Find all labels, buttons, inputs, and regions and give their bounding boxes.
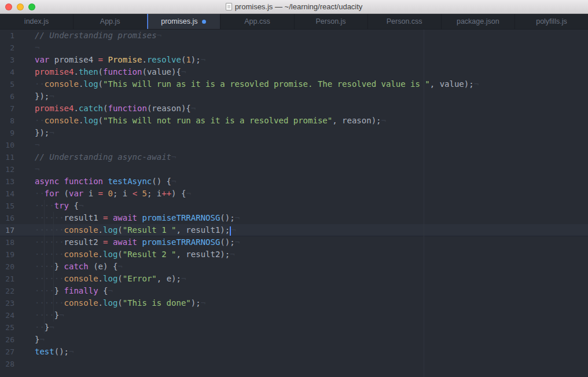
tab-label: App.js [100, 17, 120, 25]
tab-Person.js[interactable]: Person.js [295, 14, 368, 29]
close-button[interactable] [5, 3, 12, 10]
modified-dot-icon [202, 20, 206, 24]
code-line[interactable]: 26}¬ [0, 334, 588, 346]
whitespace-dots: ······ [35, 274, 64, 283]
code-line[interactable]: 28 [0, 358, 588, 370]
line-number: 28 [0, 358, 14, 370]
tab-polyfills.js[interactable]: polyfills.js [515, 14, 588, 29]
code-line[interactable]: 19······console.log("Result 2 ", result2… [0, 248, 588, 261]
code-text: ····} catch (e) {¬ [35, 261, 123, 273]
eol-marker: ¬ [381, 116, 386, 125]
code-text: ······console.log("Error", e);¬ [35, 273, 186, 285]
tab-index.js[interactable]: index.js [0, 14, 74, 29]
code-line[interactable]: 9});¬ [0, 127, 588, 139]
code-line[interactable]: 1// Understanding promises¬ [0, 30, 588, 42]
code-editor[interactable]: 1// Understanding promises¬2¬3var promis… [0, 30, 588, 377]
line-number: 26 [0, 334, 14, 346]
code-line[interactable]: 2¬ [0, 42, 588, 54]
code-text: ····}¬ [35, 309, 64, 321]
code-text: var promise4 = Promise.resolve(1);¬ [35, 54, 205, 66]
tab-label: App.css [244, 17, 270, 25]
tab-bar: index.jsApp.jspromises.jsApp.cssPerson.j… [0, 14, 588, 30]
zoom-button[interactable] [28, 3, 35, 10]
eol-marker: ¬ [231, 225, 236, 235]
code-text: promise4.catch(function(reason){¬ [35, 103, 196, 115]
tab-package.json[interactable]: package.json [442, 14, 515, 29]
whitespace-dots: ······ [35, 225, 64, 235]
eol-marker: ¬ [69, 347, 74, 356]
code-text: promise4.then(function(value){¬ [35, 66, 186, 78]
code-line[interactable]: 21······console.log("Error", e);¬ [0, 273, 588, 285]
eol-marker: ¬ [171, 177, 176, 186]
code-line[interactable]: 23······console.log("This is done");¬ [0, 297, 588, 309]
code-text: ······console.log("This is done");¬ [35, 297, 205, 309]
eol-marker: ¬ [49, 91, 54, 101]
code-text: test();¬ [35, 346, 74, 358]
code-text: ····try {¬ [35, 200, 83, 212]
code-line[interactable]: 24····}¬ [0, 309, 588, 321]
eol-marker: ¬ [235, 237, 240, 247]
line-number: 5 [0, 78, 14, 90]
code-line[interactable]: 13async function testAsync() {¬ [0, 175, 588, 188]
line-number: 25 [0, 321, 14, 334]
tab-label: promises.js [161, 17, 197, 25]
line-number: 11 [0, 151, 14, 163]
code-line[interactable]: 11// Understanding async-await¬ [0, 151, 588, 163]
code-line[interactable]: 4promise4.then(function(value){¬ [0, 66, 588, 78]
code-line[interactable]: 25··}¬ [0, 321, 588, 334]
code-text: });¬ [35, 90, 54, 103]
eol-marker: ¬ [157, 31, 161, 40]
eol-marker: ¬ [230, 250, 234, 259]
whitespace-dots: ·· [35, 116, 45, 125]
code-line[interactable]: 3var promise4 = Promise.resolve(1);¬ [0, 54, 588, 66]
code-line[interactable]: 18······result2 = await promiseTRRARNOSG… [0, 236, 588, 248]
eol-marker: ¬ [191, 104, 196, 113]
code-line[interactable]: 27test();¬ [0, 346, 588, 358]
code-line[interactable]: 7promise4.catch(function(reason){¬ [0, 103, 588, 115]
code-text: ······result1 = await promiseTRRARNOSG()… [35, 212, 240, 224]
eol-marker: ¬ [474, 79, 479, 89]
whitespace-dots: ······ [35, 298, 64, 308]
code-line[interactable]: 20····} catch (e) {¬ [0, 261, 588, 273]
minimize-button[interactable] [17, 3, 24, 10]
tab-label: polyfills.js [536, 17, 567, 25]
code-line[interactable]: 14··for (var i = 0; i < 5; i++) {¬ [0, 188, 588, 200]
line-number: 3 [0, 54, 14, 66]
whitespace-dots: ······ [35, 237, 64, 247]
code-text: ······console.log("Result 1 ", result1);… [35, 224, 236, 236]
code-line[interactable]: 12¬ [0, 163, 588, 175]
code-text: ··for (var i = 0; i < 5; i++) {¬ [35, 188, 191, 200]
whitespace-dots: ······ [35, 250, 64, 259]
code-line[interactable]: 17······console.log("Result 1 ", result1… [0, 224, 588, 236]
eol-marker: ¬ [201, 298, 205, 308]
line-number: 14 [0, 188, 14, 200]
code-line[interactable]: 6});¬ [0, 90, 588, 103]
tab-label: Person.css [387, 17, 422, 25]
code-text: async function testAsync() {¬ [35, 175, 176, 188]
eol-marker: ¬ [171, 152, 176, 162]
tab-App.js[interactable]: App.js [74, 14, 147, 29]
code-line[interactable]: 10¬ [0, 139, 588, 151]
tab-Person.css[interactable]: Person.css [368, 14, 442, 29]
code-line[interactable]: 5··console.log("This will run as it is a… [0, 78, 588, 90]
whitespace-dots: ·· [35, 323, 45, 332]
tab-App.css[interactable]: App.css [220, 14, 294, 29]
title-wrap: promises.js — ~/learning/react/udacity [226, 2, 363, 11]
whitespace-dots: ·· [35, 189, 45, 198]
eol-marker: ¬ [235, 213, 240, 222]
line-number: 21 [0, 273, 14, 285]
code-text: ¬ [35, 42, 39, 54]
title-bar[interactable]: promises.js — ~/learning/react/udacity [0, 0, 588, 14]
code-line[interactable]: 15····try {¬ [0, 200, 588, 212]
eol-marker: ¬ [201, 55, 205, 64]
line-number: 23 [0, 297, 14, 309]
line-number: 27 [0, 346, 14, 358]
code-text: ¬ [35, 139, 39, 151]
code-text: }¬ [35, 334, 45, 346]
code-line[interactable]: 22····} finally {¬ [0, 285, 588, 297]
code-line[interactable]: 8··console.log("This will not run as it … [0, 115, 588, 127]
tab-promises.js[interactable]: promises.js [147, 14, 220, 29]
eol-marker: ¬ [35, 43, 39, 52]
code-text: ······result2 = await promiseTRRARNOSG()… [35, 236, 240, 248]
code-line[interactable]: 16······result1 = await promiseTRRARNOSG… [0, 212, 588, 224]
